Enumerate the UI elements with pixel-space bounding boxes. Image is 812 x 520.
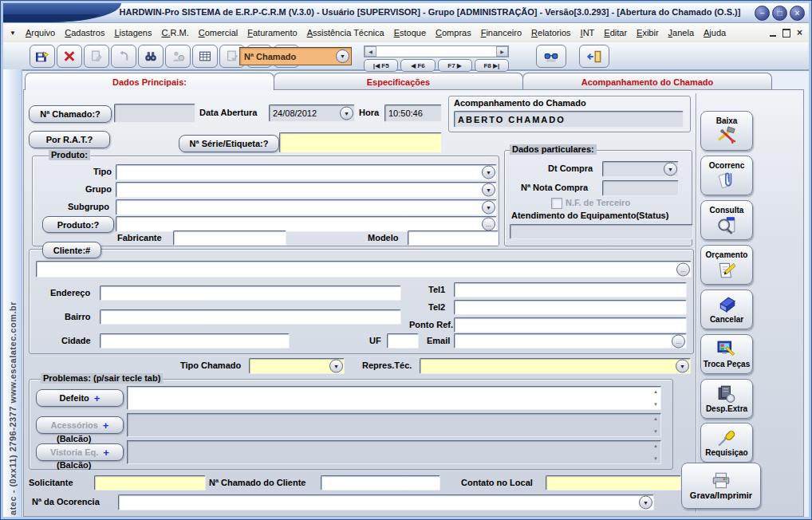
serie-etiqueta-button[interactable]: Nª Série/Etiqueta:? bbox=[179, 135, 279, 152]
vistoria-add-button[interactable]: Vistoria Eq. + bbox=[36, 443, 124, 461]
menu-item-ajuda[interactable]: Ajuda bbox=[699, 26, 731, 39]
orcamento-button[interactable]: Orçamento bbox=[700, 245, 753, 285]
chevron-down-icon[interactable]: ▼ bbox=[340, 107, 353, 120]
nav-button-f7[interactable]: F7 ▶ bbox=[438, 59, 472, 72]
chevron-down-icon[interactable]: ▼ bbox=[336, 49, 349, 63]
cliente-nome-input[interactable]: … bbox=[36, 261, 692, 278]
ellipsis-lookup-icon[interactable]: … bbox=[676, 262, 690, 276]
chevron-down-icon[interactable]: ▼ bbox=[664, 163, 677, 176]
uf-input[interactable] bbox=[387, 333, 419, 349]
nf-terceiro-checkbox[interactable] bbox=[551, 198, 562, 209]
ponto-ref-input[interactable] bbox=[454, 317, 687, 333]
contato-local-input[interactable] bbox=[546, 475, 681, 490]
menu-item-listagens[interactable]: Listagens bbox=[109, 26, 156, 39]
nav-button-f5[interactable]: |◀ F5 bbox=[364, 59, 398, 72]
save-button[interactable] bbox=[30, 45, 55, 68]
tipo-chamado-combo[interactable]: ▼ bbox=[249, 358, 345, 374]
modelo-input[interactable] bbox=[408, 230, 499, 246]
produto-input[interactable]: … bbox=[116, 216, 497, 232]
numero-chamado-button[interactable]: Nª Chamado:? bbox=[29, 105, 112, 123]
memo-scroll-down-icon[interactable]: ▼ bbox=[653, 402, 658, 407]
tab-especificacoes[interactable]: Especificações bbox=[274, 73, 523, 90]
view-details-button[interactable] bbox=[536, 45, 566, 68]
close-button[interactable]: × bbox=[790, 6, 805, 21]
repres-tec-combo[interactable]: ▼ bbox=[420, 358, 691, 374]
ellipsis-lookup-icon[interactable]: … bbox=[672, 334, 685, 348]
scroll-right-icon[interactable]: ▶ bbox=[496, 46, 508, 57]
desp-extra-button[interactable]: Desp.Extra bbox=[700, 379, 753, 419]
menu-item-estoque[interactable]: Estoque bbox=[389, 26, 431, 39]
nav-button-f8[interactable]: F8 ▶| bbox=[475, 59, 509, 72]
tab-dados-principais[interactable]: Dados Principais: bbox=[25, 73, 274, 90]
grupo-combo[interactable]: ▼ bbox=[116, 182, 497, 198]
email-input[interactable]: … bbox=[454, 333, 687, 349]
grava-imprimir-button[interactable]: Grava/Imprimir bbox=[681, 463, 761, 509]
menu-item-relatorios[interactable]: Relatorios bbox=[526, 26, 576, 39]
acessorios-add-button[interactable]: Acessórios + bbox=[36, 416, 124, 434]
nota-compra-input[interactable] bbox=[602, 180, 679, 196]
mdi-restore-icon[interactable] bbox=[782, 29, 790, 37]
menu-item-editar[interactable]: Editar bbox=[599, 26, 632, 39]
record-scrollbar[interactable]: ◀ ▶ bbox=[364, 45, 509, 57]
nav-button-f6[interactable]: ◀ F6 bbox=[400, 59, 435, 72]
solicitante-input[interactable] bbox=[94, 475, 206, 490]
tipo-combo[interactable]: ▼ bbox=[116, 164, 497, 180]
ellipsis-lookup-icon[interactable]: … bbox=[482, 218, 495, 231]
por-rat-button[interactable]: Por R.A.T.? bbox=[29, 131, 110, 148]
cliente-lookup-button[interactable]: Cliente:# bbox=[42, 242, 101, 258]
undo-button[interactable] bbox=[111, 45, 136, 68]
hora-input[interactable]: 10:50:46 bbox=[384, 104, 442, 122]
chevron-down-icon[interactable]: ▼ bbox=[676, 360, 689, 373]
menu-item-cadastros[interactable]: Cadastros bbox=[60, 26, 109, 39]
menu-item-exibir[interactable]: Exibir bbox=[632, 26, 664, 39]
menu-item-c-r-m[interactable]: C.R.M. bbox=[157, 26, 194, 39]
mdi-minimize-icon[interactable] bbox=[770, 29, 776, 37]
chevron-down-icon[interactable]: ▼ bbox=[639, 496, 652, 510]
defeito-add-button[interactable]: Defeito + bbox=[36, 389, 124, 407]
bairro-input[interactable] bbox=[100, 309, 401, 325]
ocorencia-combo[interactable]: ▼ bbox=[118, 494, 654, 510]
dt-compra-combo[interactable]: ▼ bbox=[602, 161, 679, 177]
delete-button[interactable] bbox=[57, 45, 82, 68]
search-mode-combo[interactable]: Nª Chamado ▼ bbox=[239, 47, 352, 65]
system-menu-caret-icon[interactable]: ▼ bbox=[10, 30, 16, 37]
serie-etiqueta-input[interactable] bbox=[279, 132, 442, 153]
memo-scroll-up-icon[interactable]: ▲ bbox=[653, 389, 658, 394]
chevron-down-icon[interactable]: ▼ bbox=[482, 166, 495, 179]
consulta-button[interactable]: Consulta bbox=[700, 200, 753, 240]
menu-item-int[interactable]: INT bbox=[576, 26, 600, 39]
defeito-memo[interactable]: ▲ ▼ bbox=[127, 386, 661, 410]
scroll-track[interactable] bbox=[376, 46, 496, 57]
cancelar-button[interactable]: Cancelar bbox=[700, 290, 753, 329]
endereco-input[interactable] bbox=[100, 286, 401, 301]
produto-lookup-button[interactable]: Produto:? bbox=[42, 216, 114, 233]
menu-item-assist-ncia-t-cnica[interactable]: Assistência Técnica bbox=[302, 26, 389, 39]
tab-acompanhamento[interactable]: Acompanhamento do Chamado bbox=[522, 73, 772, 90]
cidade-input[interactable] bbox=[100, 333, 290, 349]
menu-item-compras[interactable]: Compras bbox=[431, 26, 476, 39]
subgrupo-combo[interactable]: ▼ bbox=[116, 199, 497, 215]
chevron-down-icon[interactable]: ▼ bbox=[482, 183, 495, 197]
edit-button[interactable] bbox=[84, 45, 109, 68]
search-button[interactable] bbox=[138, 45, 164, 68]
menu-item-faturamento[interactable]: Faturamento bbox=[242, 26, 302, 39]
scroll-left-icon[interactable]: ◀ bbox=[365, 46, 376, 57]
chevron-down-icon[interactable]: ▼ bbox=[482, 201, 495, 215]
grid-button[interactable] bbox=[192, 45, 218, 68]
menu-item-arquivo[interactable]: Arquivo bbox=[21, 26, 60, 39]
tel2-input[interactable] bbox=[454, 300, 687, 315]
chamado-cliente-input[interactable] bbox=[321, 475, 440, 490]
menu-item-comercial[interactable]: Comercial bbox=[194, 26, 243, 39]
menu-item-janela[interactable]: Janela bbox=[664, 26, 699, 39]
chevron-down-icon[interactable]: ▼ bbox=[329, 360, 343, 373]
troca-pecas-button[interactable]: Troca Peças bbox=[700, 334, 753, 374]
numero-chamado-input[interactable] bbox=[114, 104, 195, 123]
user-config-button[interactable] bbox=[165, 45, 191, 68]
baixa-button[interactable]: Baixa bbox=[700, 111, 753, 151]
maximize-button[interactable]: □ bbox=[772, 6, 787, 21]
fabricante-input[interactable] bbox=[173, 230, 286, 246]
menu-item-financeiro[interactable]: Financeiro bbox=[476, 26, 526, 39]
requisicao-button[interactable]: Requisiçao bbox=[700, 423, 753, 463]
minimize-button[interactable]: – bbox=[755, 6, 770, 21]
tel1-input[interactable] bbox=[454, 282, 687, 297]
